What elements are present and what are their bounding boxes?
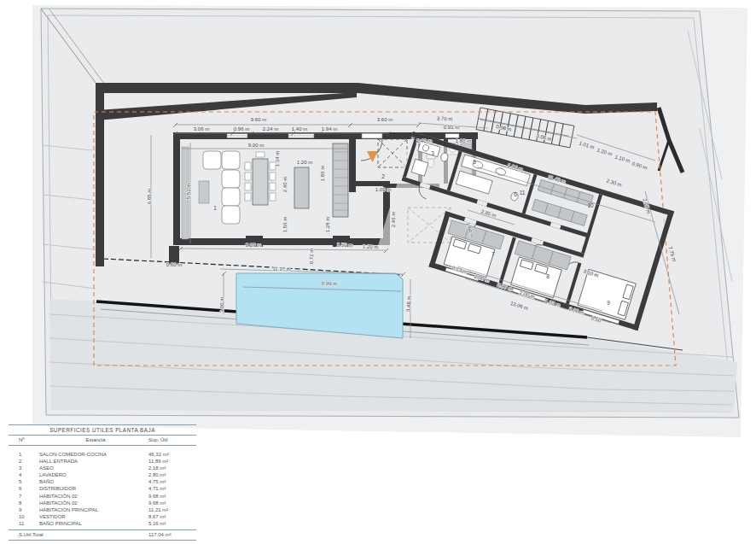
row-area: 4,75 m² bbox=[148, 478, 193, 485]
room-number: 8 bbox=[546, 273, 550, 279]
col-area: Sup. Útil bbox=[148, 437, 193, 442]
row-number: 4 bbox=[19, 471, 39, 478]
dimension-label: 1.40 m bbox=[416, 138, 432, 143]
dimension-label: 3.70 m bbox=[437, 116, 453, 122]
row-room-name: HABITACIÓN 02 bbox=[39, 500, 148, 506]
row-area: 5,16 m² bbox=[148, 520, 193, 527]
table-row: 6DISTRIBUIDOR4,71 m² bbox=[9, 485, 193, 492]
table-row: 2HALL ENTRADA11,89 m² bbox=[9, 458, 193, 465]
table-row: 11BAÑO PRINCIPAL5,16 m² bbox=[9, 520, 193, 527]
dimension-label: 1.20 m bbox=[363, 244, 379, 250]
dimension-label: 2.46 m bbox=[391, 212, 396, 227]
row-number: 5 bbox=[19, 478, 39, 485]
dimension-label: 3.60 m bbox=[377, 117, 393, 122]
row-room-name: BAÑO PRINCIPAL bbox=[39, 520, 148, 527]
room-number: 5 bbox=[473, 159, 476, 165]
table-row: 10VESTIDOR8,67 m² bbox=[9, 513, 193, 520]
row-room-name: HALL ENTRADA bbox=[39, 458, 148, 465]
dimension-label: 8.29 m bbox=[246, 243, 261, 248]
table-row: 8HABITACIÓN 029,68 m² bbox=[9, 500, 193, 506]
dimension-label: 2.24 m bbox=[263, 126, 278, 132]
dimension-label: 9.00 m bbox=[248, 143, 264, 148]
row-room-name: HABITACIÓN 02 bbox=[39, 493, 148, 500]
row-number: 3 bbox=[19, 465, 39, 471]
row-room-name: BAÑO bbox=[39, 478, 148, 485]
row-area: 11,89 m² bbox=[148, 458, 193, 465]
dimension-label: 5.51 m bbox=[186, 184, 191, 199]
row-number: 1 bbox=[19, 451, 39, 458]
room-number: 6 bbox=[514, 191, 517, 197]
row-room-name: LAVADERO bbox=[39, 471, 148, 478]
dimension-label: 1.28 m bbox=[325, 217, 330, 232]
room-number: 7 bbox=[491, 251, 495, 257]
row-number: 8 bbox=[19, 500, 39, 506]
dimension-label: 0.91 m bbox=[444, 125, 459, 130]
dimension-label: 1.94 m bbox=[322, 126, 337, 132]
total-label: S.Util Total bbox=[19, 531, 148, 539]
areas-table-rows: 1SALON-COMEDOR-COCINA46,32 m²2HALL ENTRA… bbox=[9, 446, 196, 530]
row-number: 7 bbox=[19, 493, 39, 500]
floor-plan-canvas: 9.60 m3.06 m0.96 m2.24 m1.40 m1.94 m3.60… bbox=[0, 0, 756, 544]
room-number: 4 bbox=[458, 148, 462, 154]
dimension-label: 6.85 m bbox=[147, 189, 152, 204]
room-number: 10 bbox=[587, 202, 594, 208]
row-area: 4,71 m² bbox=[148, 485, 193, 492]
tv-unit bbox=[199, 181, 209, 203]
dimension-label: 2.40 m bbox=[282, 177, 288, 192]
dimension-label: 3.00 m bbox=[219, 297, 224, 313]
row-area: 46,32 m² bbox=[148, 451, 193, 458]
dimension-label: 9.60 m bbox=[251, 117, 266, 122]
dimension-label: 1.34 m bbox=[275, 151, 280, 167]
kitchen-island bbox=[294, 167, 309, 208]
room-number: 3 bbox=[431, 150, 434, 156]
row-area: 11,21 m² bbox=[148, 506, 193, 513]
room-number: 1 bbox=[213, 205, 217, 211]
table-row: 5BAÑO4,75 m² bbox=[9, 478, 193, 485]
total-value: 117,04 m² bbox=[148, 531, 193, 539]
dimension-label: 0.72 m bbox=[309, 249, 314, 264]
dimension-label: 1.86 m bbox=[320, 166, 325, 181]
dimension-label: 1.20 m bbox=[297, 160, 312, 165]
col-room: Estancia bbox=[43, 437, 148, 442]
row-area: 9,68 m² bbox=[148, 500, 193, 506]
dimension-label: 0.60 m bbox=[166, 262, 182, 267]
dimension-label: 3.06 m bbox=[194, 126, 209, 132]
dimension-label: 1.50 m bbox=[337, 243, 353, 249]
table-row: 4LAVADERO2,80 m² bbox=[9, 471, 193, 478]
col-number: Nº bbox=[19, 437, 43, 442]
row-room-name: SALON-COMEDOR-COCINA bbox=[39, 451, 148, 458]
table-row: 7HABITACIÓN 029,68 m² bbox=[9, 493, 193, 500]
table-row: 3ASEO2,18 m² bbox=[9, 465, 193, 471]
row-area: 2,18 m² bbox=[148, 465, 193, 471]
row-room-name: DISTRIBUIDOR bbox=[39, 485, 148, 492]
dimension-label: 1.00 m bbox=[375, 187, 391, 192]
table-row: 1SALON-COMEDOR-COCINA46,32 m² bbox=[9, 451, 193, 458]
areas-table-header: Nº Estancia Sup. Útil bbox=[9, 436, 196, 446]
room-number: 11 bbox=[520, 190, 526, 196]
row-area: 2,80 m² bbox=[148, 471, 193, 478]
table-row: 9HABITACION PRINCIPAL11,21 m² bbox=[9, 506, 193, 513]
dimension-label: 1.80 m bbox=[456, 138, 471, 143]
areas-table-total: S.Util Total 117,04 m² bbox=[9, 530, 196, 541]
dimension-label: 1.56 m bbox=[282, 217, 288, 232]
row-number: 6 bbox=[19, 485, 39, 492]
room-number: 2 bbox=[381, 173, 385, 179]
dimension-label: 1.40 m bbox=[292, 126, 307, 132]
row-number: 9 bbox=[19, 506, 39, 513]
row-number: 10 bbox=[19, 513, 39, 520]
row-area: 8,67 m² bbox=[148, 513, 193, 520]
row-number: 2 bbox=[19, 458, 39, 465]
areas-table-title: SUPERFICIES UTILES PLANTA BAJA bbox=[9, 424, 196, 436]
row-room-name: HABITACION PRINCIPAL bbox=[39, 506, 148, 513]
row-number: 11 bbox=[19, 520, 39, 527]
room-number: 9 bbox=[607, 300, 610, 306]
dimension-label: 8.99 m bbox=[322, 281, 338, 287]
areas-table: SUPERFICIES UTILES PLANTA BAJA Nº Estanc… bbox=[9, 424, 196, 541]
row-room-name: VESTIDOR bbox=[39, 513, 148, 520]
row-room-name: ASEO bbox=[39, 465, 148, 471]
row-area: 9,68 m² bbox=[148, 493, 193, 500]
dimension-label: 0.96 m bbox=[234, 126, 249, 132]
dimension-label: 11.17 m bbox=[272, 266, 290, 272]
